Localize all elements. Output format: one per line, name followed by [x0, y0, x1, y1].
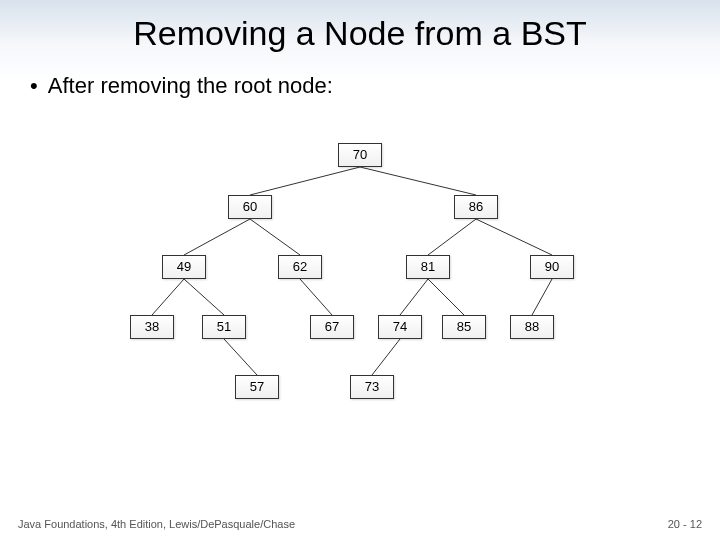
svg-line-9	[400, 279, 428, 315]
tree-node-73: 73	[350, 375, 394, 399]
slide-footer: Java Foundations, 4th Edition, Lewis/DeP…	[0, 518, 720, 530]
tree-node-51: 51	[202, 315, 246, 339]
page-title: Removing a Node from a BST	[0, 0, 720, 53]
tree-node-88: 88	[510, 315, 554, 339]
svg-line-6	[152, 279, 184, 315]
svg-line-13	[372, 339, 400, 375]
footer-page-number: 20 - 12	[668, 518, 702, 530]
svg-line-8	[300, 279, 332, 315]
svg-line-4	[428, 219, 476, 255]
tree-node-49: 49	[162, 255, 206, 279]
svg-line-1	[360, 167, 476, 195]
tree-node-67: 67	[310, 315, 354, 339]
tree-node-74: 74	[378, 315, 422, 339]
svg-line-2	[184, 219, 250, 255]
tree-node-85: 85	[442, 315, 486, 339]
tree-node-70: 70	[338, 143, 382, 167]
svg-line-3	[250, 219, 300, 255]
svg-line-12	[224, 339, 257, 375]
svg-line-11	[532, 279, 552, 315]
tree-node-90: 90	[530, 255, 574, 279]
footer-source: Java Foundations, 4th Edition, Lewis/DeP…	[18, 518, 295, 530]
svg-line-7	[184, 279, 224, 315]
tree-node-57: 57	[235, 375, 279, 399]
bullet-text: After removing the root node:	[0, 53, 720, 99]
tree-node-86: 86	[454, 195, 498, 219]
svg-line-10	[428, 279, 464, 315]
tree-node-62: 62	[278, 255, 322, 279]
tree-node-60: 60	[228, 195, 272, 219]
svg-line-5	[476, 219, 552, 255]
bst-diagram: 706086496281903851677485885773	[80, 135, 640, 445]
tree-node-81: 81	[406, 255, 450, 279]
tree-node-38: 38	[130, 315, 174, 339]
svg-line-0	[250, 167, 360, 195]
